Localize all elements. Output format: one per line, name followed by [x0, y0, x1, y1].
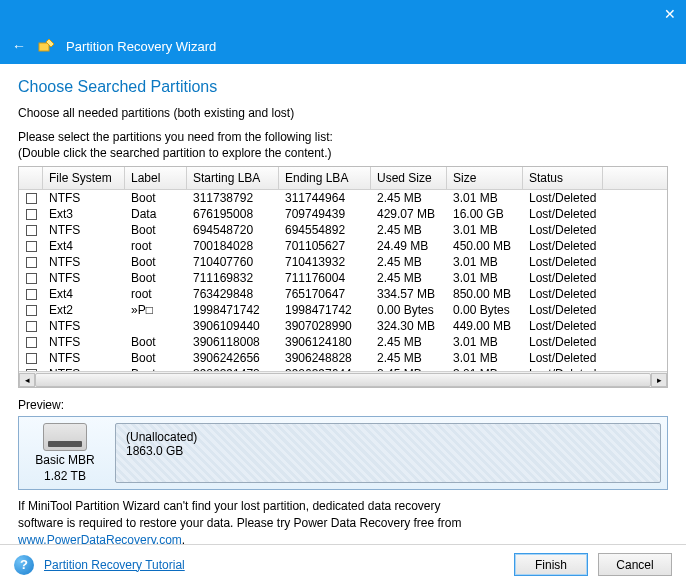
disk-size: 1.82 TB [44, 469, 86, 483]
cell-start-lba: 1998471742 [187, 302, 279, 318]
cell-label: Boot [125, 334, 187, 350]
partitions-table: File System Label Starting LBA Ending LB… [18, 166, 668, 388]
cell-filesystem: NTFS [43, 222, 125, 238]
cell-used-size: 0.00 Bytes [371, 302, 447, 318]
cell-filesystem: NTFS [43, 190, 125, 206]
col-size[interactable]: Size [447, 167, 523, 189]
cell-end-lba: 3906124180 [279, 334, 371, 350]
back-arrow-icon[interactable]: ← [12, 38, 26, 54]
close-icon[interactable]: ✕ [664, 6, 676, 22]
table-row[interactable]: NTFSBoot6945487206945548922.45 MB3.01 MB… [19, 222, 667, 238]
table-row[interactable]: Ext4root70018402870110562724.49 MB450.00… [19, 238, 667, 254]
cell-end-lba: 3906248828 [279, 350, 371, 366]
cell-status: Lost/Deleted [523, 190, 603, 206]
row-checkbox[interactable] [26, 273, 37, 284]
cell-start-lba: 700184028 [187, 238, 279, 254]
horizontal-scrollbar[interactable]: ◂ ▸ [19, 371, 667, 387]
col-filesystem[interactable]: File System [43, 167, 125, 189]
cell-end-lba: 3907028990 [279, 318, 371, 334]
cell-status: Lost/Deleted [523, 254, 603, 270]
page-desc-2: Please select the partitions you need fr… [18, 130, 668, 144]
cell-size: 3.01 MB [447, 270, 523, 286]
cell-size: 450.00 MB [447, 238, 523, 254]
title-bar: ✕ [0, 0, 686, 28]
scroll-thumb[interactable] [35, 373, 651, 387]
cell-size: 3.01 MB [447, 334, 523, 350]
disk-icon [43, 423, 87, 451]
wizard-header: ← Partition Recovery Wizard [0, 28, 686, 64]
col-starting-lba[interactable]: Starting LBA [187, 167, 279, 189]
table-row[interactable]: NTFSBoot390611800839061241802.45 MB3.01 … [19, 334, 667, 350]
cell-end-lba: 1998471742 [279, 302, 371, 318]
cell-label: Boot [125, 350, 187, 366]
cell-size: 16.00 GB [447, 206, 523, 222]
cell-label: Boot [125, 254, 187, 270]
allocation-block[interactable]: (Unallocated) 1863.0 GB [115, 423, 661, 483]
cancel-button[interactable]: Cancel [598, 553, 672, 576]
row-checkbox[interactable] [26, 225, 37, 236]
wizard-icon [36, 36, 56, 56]
cell-status: Lost/Deleted [523, 350, 603, 366]
recovery-note: If MiniTool Partition Wizard can't find … [18, 498, 668, 544]
scroll-right-icon[interactable]: ▸ [651, 373, 667, 387]
cell-label [125, 318, 187, 334]
table-row[interactable]: NTFSBoot390624265639062488282.45 MB3.01 … [19, 350, 667, 366]
col-used-size[interactable]: Used Size [371, 167, 447, 189]
cell-size: 3.01 MB [447, 222, 523, 238]
cell-status: Lost/Deleted [523, 302, 603, 318]
cell-used-size: 2.45 MB [371, 190, 447, 206]
table-row[interactable]: Ext3Data676195008709749439429.07 MB16.00… [19, 206, 667, 222]
cell-used-size: 2.45 MB [371, 350, 447, 366]
cell-filesystem: Ext2 [43, 302, 125, 318]
cell-size: 850.00 MB [447, 286, 523, 302]
row-checkbox[interactable] [26, 337, 37, 348]
cell-start-lba: 711169832 [187, 270, 279, 286]
cell-end-lba: 701105627 [279, 238, 371, 254]
table-header: File System Label Starting LBA Ending LB… [19, 167, 667, 190]
cell-size: 3.01 MB [447, 350, 523, 366]
table-row[interactable]: Ext2»P□199847174219984717420.00 Bytes0.0… [19, 302, 667, 318]
table-row[interactable]: NTFSBoot7111698327111760042.45 MB3.01 MB… [19, 270, 667, 286]
row-checkbox[interactable] [26, 193, 37, 204]
row-checkbox[interactable] [26, 257, 37, 268]
cell-used-size: 2.45 MB [371, 222, 447, 238]
col-label[interactable]: Label [125, 167, 187, 189]
cell-status: Lost/Deleted [523, 334, 603, 350]
cell-end-lba: 765170647 [279, 286, 371, 302]
cell-size: 449.00 MB [447, 318, 523, 334]
row-checkbox[interactable] [26, 305, 37, 316]
cell-status: Lost/Deleted [523, 270, 603, 286]
finish-button[interactable]: Finish [514, 553, 588, 576]
recovery-link[interactable]: www.PowerDataRecovery.com [18, 533, 182, 544]
scroll-left-icon[interactable]: ◂ [19, 373, 35, 387]
cell-start-lba: 3906118008 [187, 334, 279, 350]
cell-filesystem: NTFS [43, 350, 125, 366]
table-row[interactable]: NTFSBoot3117387923117449642.45 MB3.01 MB… [19, 190, 667, 206]
row-checkbox[interactable] [26, 209, 37, 220]
table-row[interactable]: Ext4root763429848765170647334.57 MB850.0… [19, 286, 667, 302]
row-checkbox[interactable] [26, 289, 37, 300]
table-row[interactable]: NTFSBoot7104077607104139322.45 MB3.01 MB… [19, 254, 667, 270]
cell-status: Lost/Deleted [523, 206, 603, 222]
cell-size: 3.01 MB [447, 254, 523, 270]
cell-label: Boot [125, 190, 187, 206]
col-ending-lba[interactable]: Ending LBA [279, 167, 371, 189]
note-suffix: . [182, 533, 185, 544]
allocation-name: (Unallocated) [126, 430, 650, 444]
cell-end-lba: 709749439 [279, 206, 371, 222]
disk-summary: Basic MBR 1.82 TB [25, 423, 105, 483]
cell-filesystem: Ext3 [43, 206, 125, 222]
col-status[interactable]: Status [523, 167, 603, 189]
row-checkbox[interactable] [26, 321, 37, 332]
col-check[interactable] [19, 167, 43, 189]
tutorial-link[interactable]: Partition Recovery Tutorial [44, 558, 185, 572]
cell-end-lba: 711176004 [279, 270, 371, 286]
cell-label: Boot [125, 222, 187, 238]
row-checkbox[interactable] [26, 241, 37, 252]
row-checkbox[interactable] [26, 353, 37, 364]
help-icon[interactable]: ? [14, 555, 34, 575]
cell-status: Lost/Deleted [523, 238, 603, 254]
table-row[interactable]: NTFS39061094403907028990324.30 MB449.00 … [19, 318, 667, 334]
cell-size: 0.00 Bytes [447, 302, 523, 318]
disk-type: Basic MBR [35, 453, 94, 467]
